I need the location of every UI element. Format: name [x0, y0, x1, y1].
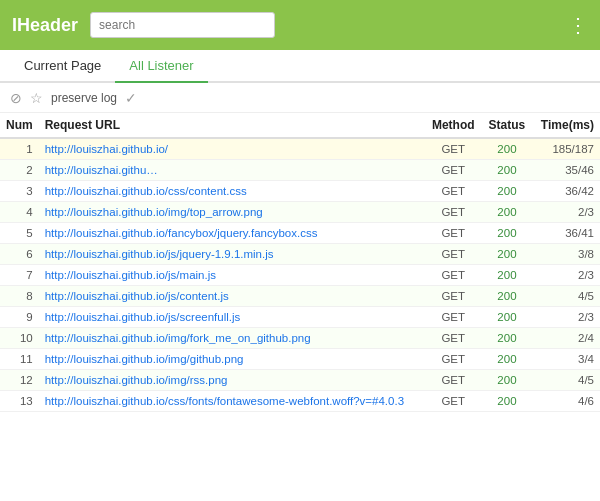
cell-url[interactable]: http://louiszhai.github.io/img/rss.png: [39, 370, 425, 391]
cell-status: 200: [482, 202, 533, 223]
cell-method: GET: [425, 391, 482, 412]
cell-method: GET: [425, 265, 482, 286]
tabs-bar: Current Page All Listener: [0, 50, 600, 83]
table-row: 10http://louiszhai.github.io/img/fork_me…: [0, 328, 600, 349]
cell-status: 200: [482, 307, 533, 328]
header: IHeader ⋮: [0, 0, 600, 50]
cell-url[interactable]: http://louiszhai.github.io/img/top_arrow…: [39, 202, 425, 223]
col-time: Time(ms): [532, 113, 600, 138]
cell-url[interactable]: http://louiszhai.github.io/js/jquery-1.9…: [39, 244, 425, 265]
search-input[interactable]: [90, 12, 275, 38]
cell-time: 36/42: [532, 181, 600, 202]
cell-url[interactable]: http://louiszhai.github.io/img/github.pn…: [39, 349, 425, 370]
cell-method: GET: [425, 160, 482, 181]
table-row: 5http://louiszhai.github.io/fancybox/jqu…: [0, 223, 600, 244]
cell-method: GET: [425, 286, 482, 307]
tab-all-listener[interactable]: All Listener: [115, 50, 207, 83]
menu-icon[interactable]: ⋮: [568, 15, 588, 35]
table-row: 3http://louiszhai.github.io/css/content.…: [0, 181, 600, 202]
table-row: 7http://louiszhai.github.io/js/main.jsGE…: [0, 265, 600, 286]
cell-method: GET: [425, 328, 482, 349]
requests-table-wrap: Num Request URL Method Status Time(ms): [0, 113, 600, 412]
cell-status: 200: [482, 328, 533, 349]
cell-time: 3/4: [532, 349, 600, 370]
cell-num: 4: [0, 202, 39, 223]
cell-time: 4/5: [532, 370, 600, 391]
cell-method: GET: [425, 223, 482, 244]
cell-time: 2/3: [532, 307, 600, 328]
cell-time: 2/3: [532, 265, 600, 286]
col-url: Request URL: [39, 113, 425, 138]
table-row: 1http://louiszhai.github.io/GET200185/18…: [0, 138, 600, 160]
col-status: Status: [482, 113, 533, 138]
cell-method: GET: [425, 370, 482, 391]
table-row: 13http://louiszhai.github.io/css/fonts/f…: [0, 391, 600, 412]
cell-status: 200: [482, 349, 533, 370]
cell-status: 200: [482, 160, 533, 181]
cell-url[interactable]: http://louiszhai.github.io/fancybox/jque…: [39, 223, 425, 244]
cell-num: 2: [0, 160, 39, 181]
table-row: 4http://louiszhai.github.io/img/top_arro…: [0, 202, 600, 223]
col-num: Num: [0, 113, 39, 138]
table-header-row: Num Request URL Method Status Time(ms): [0, 113, 600, 138]
cell-method: GET: [425, 307, 482, 328]
preserve-log-label: preserve log: [51, 91, 117, 105]
cell-url[interactable]: http://louiszhai.github.io/css/fonts/fon…: [39, 391, 425, 412]
cell-url[interactable]: http://louiszhai.github.io/: [39, 138, 425, 160]
cell-status: 200: [482, 265, 533, 286]
cell-method: GET: [425, 138, 482, 160]
requests-table: Num Request URL Method Status Time(ms): [0, 113, 600, 412]
app-container: IHeader ⋮ Current Page All Listener ⊘ ☆ …: [0, 0, 600, 412]
table-row: 6http://louiszhai.github.io/js/jquery-1.…: [0, 244, 600, 265]
cell-num: 1: [0, 138, 39, 160]
app-title: IHeader: [12, 15, 78, 36]
cell-time: 36/41: [532, 223, 600, 244]
check-icon[interactable]: ✓: [125, 90, 137, 106]
table-row: 2http://louiszhai.githu…GET20035/46: [0, 160, 600, 181]
cell-method: GET: [425, 181, 482, 202]
cell-time: 4/5: [532, 286, 600, 307]
cell-status: 200: [482, 370, 533, 391]
cell-num: 12: [0, 370, 39, 391]
cell-num: 13: [0, 391, 39, 412]
cell-time: 2/4: [532, 328, 600, 349]
cell-time: 185/187: [532, 138, 600, 160]
cell-url[interactable]: http://louiszhai.github.io/js/main.js: [39, 265, 425, 286]
toolbar: ⊘ ☆ preserve log ✓: [0, 83, 600, 113]
cell-num: 3: [0, 181, 39, 202]
cell-time: 35/46: [532, 160, 600, 181]
cell-time: 3/8: [532, 244, 600, 265]
cell-method: GET: [425, 202, 482, 223]
tab-current-page[interactable]: Current Page: [10, 50, 115, 83]
cell-num: 6: [0, 244, 39, 265]
cell-num: 9: [0, 307, 39, 328]
cell-url[interactable]: http://louiszhai.github.io/img/fork_me_o…: [39, 328, 425, 349]
cell-method: GET: [425, 349, 482, 370]
cell-status: 200: [482, 391, 533, 412]
cell-url[interactable]: http://louiszhai.github.io/js/content.js: [39, 286, 425, 307]
star-icon[interactable]: ☆: [30, 90, 43, 106]
cell-num: 7: [0, 265, 39, 286]
table-row: 8http://louiszhai.github.io/js/content.j…: [0, 286, 600, 307]
cell-num: 5: [0, 223, 39, 244]
cell-url[interactable]: http://louiszhai.githu…: [39, 160, 425, 181]
table-row: 12http://louiszhai.github.io/img/rss.png…: [0, 370, 600, 391]
cell-status: 200: [482, 181, 533, 202]
cell-time: 4/6: [532, 391, 600, 412]
cell-url[interactable]: http://louiszhai.github.io/css/content.c…: [39, 181, 425, 202]
cell-status: 200: [482, 223, 533, 244]
cell-status: 200: [482, 138, 533, 160]
cell-num: 11: [0, 349, 39, 370]
cell-status: 200: [482, 286, 533, 307]
block-icon[interactable]: ⊘: [10, 90, 22, 106]
cell-method: GET: [425, 244, 482, 265]
cell-num: 8: [0, 286, 39, 307]
col-method: Method: [425, 113, 482, 138]
table-row: 9http://louiszhai.github.io/js/screenful…: [0, 307, 600, 328]
cell-url[interactable]: http://louiszhai.github.io/js/screenfull…: [39, 307, 425, 328]
cell-status: 200: [482, 244, 533, 265]
cell-time: 2/3: [532, 202, 600, 223]
cell-num: 10: [0, 328, 39, 349]
url-tooltip-wrapper: http://louiszhai.github.io/: [45, 143, 168, 155]
table-row: 11http://louiszhai.github.io/img/github.…: [0, 349, 600, 370]
